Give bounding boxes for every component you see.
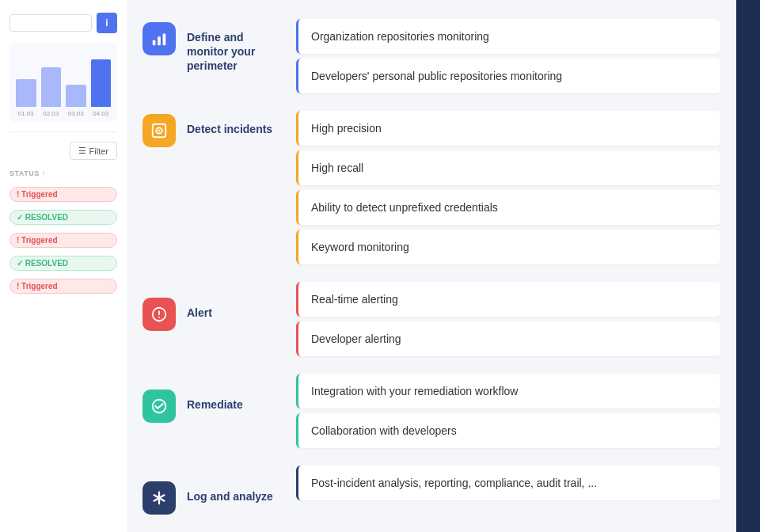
feature-item: Developers' personal public repositories…	[296, 59, 720, 93]
right-sidebar	[736, 0, 760, 532]
category-item-define: Define and monitor your perimeter	[142, 22, 277, 109]
category-item-alert: Alert	[142, 298, 277, 385]
filter-button[interactable]: ☰ Filter	[70, 142, 117, 160]
status-badge: ✓ RESOLVED	[10, 210, 117, 225]
feature-group-spacer	[296, 453, 720, 461]
chart-bar-label: 02.03	[41, 110, 62, 117]
categories-column: Define and monitor your perimeterDetect …	[142, 19, 277, 527]
sidebar-dropdown[interactable]	[10, 14, 92, 32]
main-content: Define and monitor your perimeterDetect …	[127, 0, 760, 532]
chart-bar	[16, 79, 36, 107]
feature-sections: Define and monitor your perimeterDetect …	[142, 19, 720, 527]
chart-bar-label: 03.03	[66, 110, 86, 117]
sidebar-top-bar: i	[10, 13, 117, 33]
status-list: ! Triggered✓ RESOLVED! Triggered✓ RESOLV…	[10, 187, 117, 294]
info-icon: i	[105, 17, 108, 28]
chart-bar-label: 01.03	[16, 110, 36, 117]
status-badge: ! Triggered	[10, 187, 117, 202]
feature-item: Real-time alerting	[296, 282, 720, 317]
feature-item: Integration with your remediation workfl…	[296, 374, 720, 408]
svg-rect-2	[163, 34, 166, 46]
status-badge: ✓ RESOLVED	[10, 256, 117, 271]
svg-rect-7	[158, 310, 160, 315]
feature-item: Post-incident analysis, reporting, compl…	[296, 466, 720, 500]
feature-group-spacer	[296, 269, 720, 277]
chart-area: 01.0302.0303.0304.03	[10, 43, 117, 122]
filter-bar: ☰ Filter	[10, 142, 117, 160]
feature-item: Keyword monitoring	[296, 230, 720, 264]
status-badge: ! Triggered	[10, 233, 117, 248]
feature-item: Ability to detect unprefixed credentials	[296, 190, 720, 225]
filter-label: Filter	[89, 146, 108, 156]
category-label-define: Define and monitor your perimeter	[187, 22, 277, 74]
status-header: STATUS ↑	[10, 169, 117, 177]
detect-icon	[142, 114, 176, 147]
info-button[interactable]: i	[97, 13, 117, 33]
feature-item: Developer alerting	[296, 321, 720, 356]
feature-list: Organization repositories monitoringDeve…	[296, 19, 720, 527]
category-label-log: Log and analyze	[187, 481, 273, 504]
feature-item: Organization repositories monitoring	[296, 19, 720, 54]
status-badge: ! Triggered	[10, 279, 117, 294]
feature-group-spacer	[296, 98, 720, 106]
category-label-detect: Detect incidents	[187, 114, 272, 136]
feature-panel: Define and monitor your perimeterDetect …	[127, 0, 736, 532]
filter-icon: ☰	[78, 146, 86, 156]
chart-labels: 01.0302.0303.0304.03	[16, 110, 111, 117]
category-item-log: Log and analyze	[142, 481, 277, 522]
feature-item: High precision	[296, 111, 720, 146]
chart-bars	[16, 51, 111, 107]
category-label-alert: Alert	[187, 298, 212, 320]
category-item-remediate: Remediate	[142, 390, 277, 477]
feature-item: Collaboration with developers	[296, 413, 720, 448]
svg-rect-0	[153, 40, 156, 45]
category-label-remediate: Remediate	[187, 390, 243, 412]
divider-1	[10, 131, 117, 132]
remediate-icon	[142, 390, 176, 423]
svg-point-5	[158, 130, 161, 132]
left-sidebar: i 01.0302.0303.0304.03 ☰ Filter STATUS ↑…	[0, 0, 127, 532]
svg-rect-8	[158, 317, 160, 318]
alert-icon	[142, 298, 176, 331]
feature-item: High recall	[296, 150, 720, 185]
feature-group-spacer	[296, 361, 720, 369]
log-icon	[142, 481, 176, 515]
chart-bar	[41, 67, 62, 107]
category-item-detect: Detect incidents	[142, 114, 277, 293]
svg-rect-1	[158, 36, 161, 45]
chart-bar	[66, 85, 86, 107]
chart-bar	[91, 59, 112, 107]
define-icon	[142, 22, 176, 55]
chart-bar-label: 04.03	[91, 110, 112, 117]
